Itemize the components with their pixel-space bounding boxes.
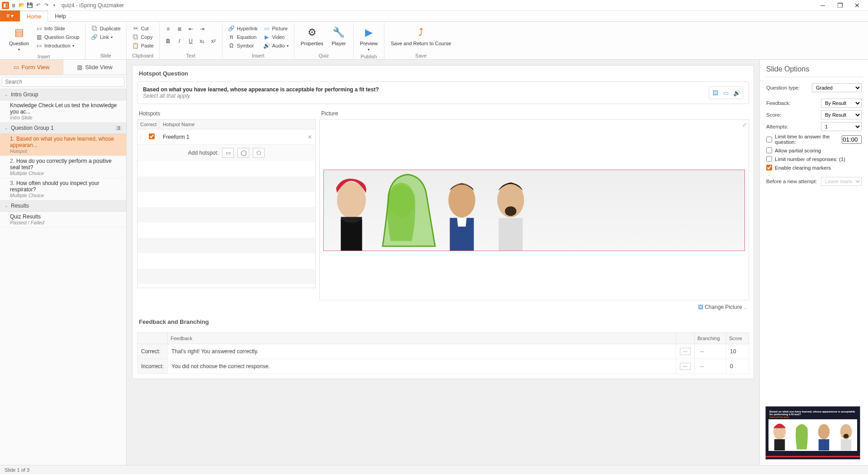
hotspots-header: Correct Hotspot Name xyxy=(138,120,315,129)
paste-button[interactable]: 📋Paste xyxy=(130,42,156,50)
italic-button[interactable]: I xyxy=(175,37,185,46)
clear-markers-checkbox[interactable] xyxy=(766,165,772,171)
symbol-button[interactable]: ΩSymbol xyxy=(226,42,260,50)
player-button[interactable]: 🔧Player xyxy=(328,24,350,47)
nav-intro-item[interactable]: Knowledge Check Let us test the knowledg… xyxy=(0,100,126,123)
ribbon-group-clipboard: ✂Cut ⿻Copy 📋Paste Clipboard xyxy=(127,23,160,59)
hotspot-columns: Hotspots Correct Hotspot Name ⋮ Freeform… xyxy=(137,108,749,314)
introduction-icon: ▭ xyxy=(35,42,43,49)
nav-question-1[interactable]: 1.Based on what you have learned, whose … xyxy=(0,134,126,156)
hotspot-name-input[interactable]: Freeform 1 xyxy=(159,134,304,140)
add-freeform-hotspot[interactable]: ⬠ xyxy=(253,148,265,158)
qat-dropdown-icon[interactable]: ▾ xyxy=(51,2,58,9)
feedback-select[interactable]: By Result xyxy=(821,99,862,108)
search-input[interactable] xyxy=(2,77,124,87)
nav-intro-group[interactable]: ⌄Intro Group xyxy=(0,89,126,100)
bullets-button[interactable]: ≡ xyxy=(163,24,173,33)
correct-feedback-more[interactable]: ··· xyxy=(680,348,691,355)
hotspot-overlay[interactable] xyxy=(374,172,441,251)
incorrect-branch-icon[interactable]: → xyxy=(698,363,705,370)
partial-scoring-checkbox[interactable] xyxy=(766,147,772,153)
save-icon[interactable]: 💾 xyxy=(26,2,33,9)
duplicate-button[interactable]: ⿻Duplicate xyxy=(89,24,123,33)
correct-branch-icon[interactable]: → xyxy=(698,348,705,355)
change-picture-button[interactable]: 🖼 Change Picture ⌄ xyxy=(319,300,749,314)
face-1 xyxy=(327,174,376,251)
new-icon[interactable]: 🗎 xyxy=(10,2,17,9)
attempts-select[interactable]: 1 xyxy=(821,122,862,131)
add-audio-icon[interactable]: 🔊 xyxy=(732,88,742,98)
nav-question-2[interactable]: 2.How do you correctly perform a positiv… xyxy=(0,156,126,178)
limit-time-checkbox[interactable] xyxy=(766,137,772,142)
picture-button[interactable]: ▭Picture xyxy=(261,24,290,33)
equation-button[interactable]: πEquation xyxy=(226,33,260,41)
introduction-button[interactable]: ▭Introduction ▾ xyxy=(33,42,81,50)
incorrect-feedback-text[interactable]: You did not choose the correct response. xyxy=(168,359,676,374)
chevron-down-icon: ⌄ xyxy=(744,305,747,310)
search-wrap xyxy=(0,75,126,89)
before-attempt-select: Leave markers... xyxy=(821,177,862,186)
question-group-button[interactable]: ▥Question Group xyxy=(33,33,81,41)
home-tab[interactable]: Home xyxy=(20,11,48,22)
slide-thumbnail[interactable]: Based on what you have learned, whose ap… xyxy=(765,406,860,460)
properties-button[interactable]: ⚙Properties xyxy=(298,24,326,47)
question-type-select[interactable]: Graded xyxy=(812,83,862,92)
undo-icon[interactable]: ↶ xyxy=(34,2,42,9)
correct-feedback-text[interactable]: That's right! You answered correctly. xyxy=(168,344,676,359)
add-image-icon[interactable]: 🖼 xyxy=(710,88,720,98)
file-tab[interactable]: ≡ ▾ xyxy=(0,10,20,21)
limit-responses-checkbox[interactable] xyxy=(766,156,772,162)
score-select[interactable]: By Result xyxy=(821,110,862,119)
delete-hotspot-icon[interactable]: ✕ xyxy=(304,134,315,140)
video-button[interactable]: ▶Video xyxy=(261,33,290,41)
form-view-button[interactable]: ▭Form View xyxy=(0,60,63,75)
bold-button[interactable]: B xyxy=(163,37,173,46)
audio-button[interactable]: 🔊Audio ▾ xyxy=(261,42,290,50)
add-oval-hotspot[interactable]: ◯ xyxy=(237,148,249,158)
expand-icon[interactable]: ⤢ xyxy=(742,122,747,128)
maximize-button[interactable]: ❐ xyxy=(835,2,844,9)
incorrect-feedback-more[interactable]: ··· xyxy=(680,363,691,370)
hotspots-table: Correct Hotspot Name ⋮ Freeform 1 ✕ Add … xyxy=(137,119,316,288)
ribbon-group-insert2: 🔗Hyperlink πEquation ΩSymbol ▭Picture ▶V… xyxy=(223,23,294,59)
indent-button[interactable]: ⇥ xyxy=(197,24,207,33)
underline-button[interactable]: U xyxy=(186,37,196,46)
super-button[interactable]: x² xyxy=(209,37,218,46)
question-button[interactable]: ▤ Question▾ xyxy=(6,24,32,53)
svg-point-0 xyxy=(337,182,366,218)
hotspot-correct-checkbox[interactable] xyxy=(149,133,155,139)
redo-icon[interactable]: ↷ xyxy=(43,2,50,9)
link-button[interactable]: 🔗Link ▾ xyxy=(89,33,123,41)
question-header: Based on what you have learned, whose ap… xyxy=(137,81,749,104)
numbering-button[interactable]: ≣ xyxy=(175,24,185,33)
minimize-button[interactable]: ─ xyxy=(818,2,827,9)
ribbon-group-slide: ⿻Duplicate 🔗Link ▾ Slide xyxy=(85,23,127,59)
incorrect-score[interactable]: 0 xyxy=(726,359,749,374)
ribbon: ▤ Question▾ ▭Info Slide ▥Question Group … xyxy=(0,22,868,60)
question-text-block[interactable]: Based on what you have learned, whose ap… xyxy=(143,86,704,99)
limit-time-value[interactable] xyxy=(842,135,862,144)
nav-results-item[interactable]: Quiz ResultsPassed / Failed xyxy=(0,212,126,228)
correct-score[interactable]: 10 xyxy=(726,344,749,359)
strike-button[interactable]: x₂ xyxy=(197,37,207,46)
add-video-icon[interactable]: ▭ xyxy=(721,88,731,98)
cut-button[interactable]: ✂Cut xyxy=(130,24,156,33)
add-rect-hotspot[interactable]: ▭ xyxy=(222,148,234,158)
save-return-button[interactable]: ⤴Save and Return to Course xyxy=(388,24,454,47)
nav-question-3[interactable]: 3.How often should you inspect your resp… xyxy=(0,178,126,200)
help-tab[interactable]: Help xyxy=(48,10,73,21)
picture-box[interactable]: ⤢ xyxy=(319,119,749,300)
quick-access-toolbar: ◧ 🗎 📂 💾 ↶ ↷ ▾ xyxy=(2,2,58,9)
info-slide-button[interactable]: ▭Info Slide xyxy=(33,24,81,33)
feedback-row-correct: Correct: That's right! You answered corr… xyxy=(138,344,749,359)
grip-icon[interactable]: ⋮ xyxy=(138,134,144,140)
outdent-button[interactable]: ⇤ xyxy=(186,24,196,33)
copy-button[interactable]: ⿻Copy xyxy=(130,33,156,41)
hyperlink-button[interactable]: 🔗Hyperlink xyxy=(226,24,260,33)
close-button[interactable]: ✕ xyxy=(853,2,862,9)
open-icon[interactable]: 📂 xyxy=(18,2,25,9)
nav-question-group[interactable]: ⌄Question Group 13 xyxy=(0,123,126,134)
slide-view-button[interactable]: ▥Slide View xyxy=(63,60,126,75)
preview-button[interactable]: ▶Preview▾ xyxy=(357,24,380,53)
nav-results-group[interactable]: ⌄Results xyxy=(0,200,126,212)
